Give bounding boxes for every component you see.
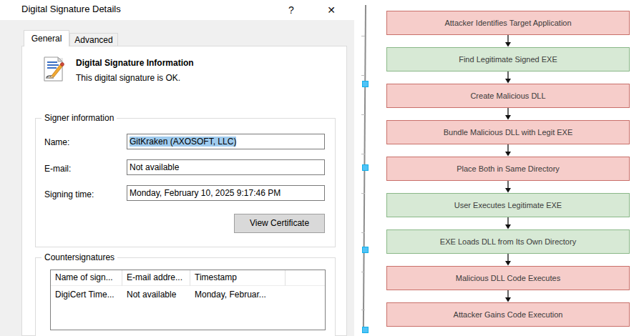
column-header-timestamp[interactable]: Timestamp xyxy=(190,270,286,286)
down-arrow-icon xyxy=(386,254,630,266)
column-header-name[interactable]: Name of sign... xyxy=(51,270,122,286)
flow-step-6: User Executes Legitimate EXE xyxy=(386,193,630,217)
countersignature-timestamp: Monday, Februar... xyxy=(190,286,286,303)
tab-general[interactable]: General xyxy=(24,30,69,46)
general-tab-page: Digital Signature Information This digit… xyxy=(21,46,347,336)
name-label: Name: xyxy=(44,137,69,147)
email-field[interactable]: Not available xyxy=(127,159,325,175)
divider-tick xyxy=(361,232,365,233)
column-header-empty xyxy=(286,270,325,286)
signer-information-legend: Signer information xyxy=(42,113,117,123)
name-field[interactable]: GitKraken (AXOSOFT, LLC) xyxy=(127,134,325,149)
countersignature-empty-cell xyxy=(286,286,325,303)
digital-signature-icon xyxy=(40,56,69,84)
screenshot-stage: Digital Signature Details ? ✕ General Ad… xyxy=(0,0,644,336)
down-arrow-icon xyxy=(386,108,630,120)
view-certificate-button[interactable]: View Certificate xyxy=(234,214,325,233)
divider-tick xyxy=(361,310,365,310)
down-arrow-icon xyxy=(386,144,630,157)
selection-handle[interactable] xyxy=(362,164,369,171)
selection-handle[interactable] xyxy=(362,247,369,253)
flow-step-9: Attacker Gains Code Execution xyxy=(386,302,630,327)
name-field-value: GitKraken (AXOSOFT, LLC) xyxy=(130,137,236,147)
selection-handle[interactable] xyxy=(362,81,369,87)
divider-tick xyxy=(361,154,365,154)
close-button[interactable]: ✕ xyxy=(321,0,342,20)
down-arrow-icon xyxy=(386,181,630,193)
email-label: E-mail: xyxy=(44,164,71,174)
countersignature-row[interactable]: DigiCert Time... Not available Monday, F… xyxy=(51,286,325,303)
signing-time-field[interactable]: Monday, February 10, 2025 9:17:46 PM xyxy=(127,185,325,201)
flow-step-7: EXE Loads DLL from Its Own Directory xyxy=(386,229,630,254)
flow-step-3: Create Malicious DLL xyxy=(386,84,630,108)
dialog-titlebar: Digital Signature Details ? ✕ xyxy=(0,0,354,20)
down-arrow-icon xyxy=(386,290,630,302)
attack-flowchart: Attacker Identifies Target Application F… xyxy=(386,11,630,327)
divider-tick xyxy=(361,114,365,115)
tab-advanced[interactable]: Advanced xyxy=(69,33,118,46)
flow-step-4: Bundle Malicious DLL with Legit EXE xyxy=(386,120,630,144)
countersignature-name: DigiCert Time... xyxy=(51,286,122,303)
divider-tick xyxy=(361,272,365,272)
signature-info-heading: Digital Signature Information xyxy=(76,58,194,68)
selection-handle[interactable] xyxy=(362,327,369,333)
signature-status-text: This digital signature is OK. xyxy=(76,73,180,83)
digital-signature-details-dialog: Digital Signature Details ? ✕ General Ad… xyxy=(0,0,354,336)
signing-time-label: Signing time: xyxy=(44,189,94,199)
down-arrow-icon xyxy=(386,71,630,84)
email-field-value: Not available xyxy=(130,162,179,172)
flow-step-5: Place Both in Same Directory xyxy=(386,157,630,181)
divider-tick xyxy=(361,36,365,36)
flow-step-2: Find Legitimate Signed EXE xyxy=(386,47,630,71)
help-button[interactable]: ? xyxy=(280,0,302,20)
signing-time-field-value: Monday, February 10, 2025 9:17:46 PM xyxy=(130,188,280,198)
signer-information-group: Signer information Name: GitKraken (AXOS… xyxy=(35,118,336,247)
countersignature-email: Not available xyxy=(122,286,190,303)
down-arrow-icon xyxy=(386,35,630,47)
flow-step-8: Malicious DLL Code Executes xyxy=(386,266,630,290)
countersignatures-group: Countersignatures Name of sign... E-mail… xyxy=(35,257,336,336)
divider-tick xyxy=(361,75,365,76)
dialog-title: Digital Signature Details xyxy=(21,4,121,14)
flow-step-1: Attacker Identifies Target Application xyxy=(386,11,630,35)
countersignatures-table: Name of sign... E-mail addre... Timestam… xyxy=(50,270,326,330)
column-header-email[interactable]: E-mail addre... xyxy=(122,270,190,286)
divider-tick xyxy=(361,193,365,194)
countersignatures-legend: Countersignatures xyxy=(42,252,117,262)
down-arrow-icon xyxy=(386,217,630,229)
countersignatures-header-row: Name of sign... E-mail addre... Timestam… xyxy=(51,270,325,286)
